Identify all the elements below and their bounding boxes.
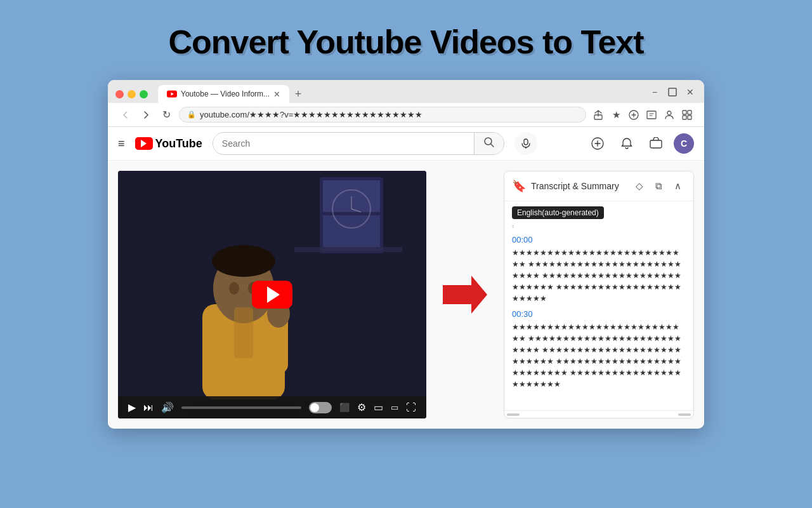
fullscreen-button[interactable]: ⛶	[406, 402, 416, 413]
tab-close-button[interactable]: ✕	[273, 90, 280, 99]
youtube-nav: ≡ YouTube	[108, 127, 704, 161]
svg-rect-2	[669, 88, 676, 96]
svg-point-6	[667, 111, 671, 115]
svg-point-28	[229, 282, 239, 295]
extensions-icon[interactable]	[627, 108, 641, 122]
timestamp-2[interactable]: 00:30	[512, 309, 686, 319]
youtube-actions: C	[586, 132, 694, 155]
svg-rect-15	[650, 140, 662, 148]
address-bar: ↻ 🔒 youtube.com/★★★★?v=★★★★★★★★★★★★★★★★★…	[108, 103, 704, 127]
svg-marker-33	[443, 276, 487, 314]
close-button[interactable]: ✕	[684, 86, 697, 98]
transcript-actions: ◇ ⧉ ∧	[631, 178, 686, 194]
youtube-search-bar[interactable]	[213, 132, 504, 155]
captions-button[interactable]: ⬛	[339, 403, 350, 412]
bookmark-icon[interactable]: ★	[609, 108, 623, 122]
microphone-button[interactable]	[514, 132, 537, 155]
language-badge: English(auto-generated)	[512, 206, 604, 219]
transcript-panel: 🔖 Transcript & Summary ◇ ⧉ ∧ English(aut…	[504, 171, 694, 418]
copy-icon[interactable]: ⧉	[650, 178, 667, 194]
video-section: ▶ ⏭ 🔊 ⬛ ⚙ ▭ ▭ ⛶	[118, 171, 426, 418]
volume-button[interactable]: 🔊	[161, 401, 174, 413]
svg-rect-7	[683, 110, 686, 114]
minimize-traffic-light[interactable]	[128, 90, 136, 98]
tab-favicon	[167, 89, 177, 99]
video-player[interactable]: ▶ ⏭ 🔊 ⬛ ⚙ ▭ ▭ ⛶	[118, 171, 426, 418]
video-controls: ▶ ⏭ 🔊 ⬛ ⚙ ▭ ▭ ⛶	[118, 396, 426, 418]
browser-window: Youtobe — Video Inform... ✕ + − ✕ ↻ 🔒	[108, 80, 704, 429]
theater-button[interactable]: ▭	[391, 403, 398, 412]
transcript-icon: 🔖	[512, 179, 526, 193]
arrow-container	[436, 171, 494, 418]
settings-button[interactable]: ⚙	[357, 401, 366, 413]
user-avatar[interactable]: C	[674, 133, 694, 154]
transcript-header: 🔖 Transcript & Summary ◇ ⧉ ∧	[504, 171, 693, 201]
transcript-footer	[504, 410, 693, 418]
transcript-body[interactable]: English(auto-generated) ‹ 00:00 ★★★★★★★★…	[504, 201, 693, 410]
horizontal-scrollbar-right[interactable]	[678, 413, 691, 416]
transcript-text-2: ★★★★★★★★★★★★★★★★★★★★★★★★★★ ★★★★★★★★★★★★★…	[512, 321, 686, 390]
svg-rect-19	[323, 215, 380, 250]
play-button[interactable]	[252, 281, 292, 309]
restore-button[interactable]	[666, 86, 679, 98]
horizontal-scrollbar[interactable]	[507, 413, 520, 416]
svg-rect-8	[688, 110, 691, 114]
lock-icon: 🔒	[187, 110, 196, 119]
miniplayer-button[interactable]: ▭	[374, 401, 383, 413]
play-control-button[interactable]: ▶	[128, 401, 136, 413]
collapse-icon[interactable]: ∧	[669, 178, 686, 194]
maximize-traffic-light[interactable]	[140, 90, 148, 98]
tab-title: Youtobe — Video Inform...	[181, 90, 270, 98]
back-button[interactable]	[118, 107, 133, 123]
svg-point-27	[212, 245, 275, 277]
youtube-logo-text: YouTube	[155, 137, 202, 150]
search-button[interactable]	[474, 133, 504, 154]
transcript-text-1: ★★★★★★★★★★★★★★★★★★★★★★★★★★ ★★★★★★★★★★★★★…	[512, 247, 686, 304]
address-bar-actions: ★	[591, 108, 694, 122]
svg-rect-5	[647, 111, 656, 119]
svg-rect-9	[683, 116, 686, 119]
create-icon[interactable]	[586, 132, 609, 155]
timestamp-1[interactable]: 00:00	[512, 235, 686, 244]
notifications-icon[interactable]	[615, 132, 638, 155]
forward-button[interactable]	[138, 107, 154, 123]
svg-rect-23	[294, 247, 402, 252]
tabs-bar: Youtobe — Video Inform... ✕ +	[158, 85, 643, 103]
url-text: youtube.com/★★★★?v=★★★★★★★★★★★★★★★★★	[200, 110, 422, 119]
toggle-circle	[310, 403, 319, 412]
reading-mode-icon[interactable]	[645, 108, 658, 122]
title-bar: Youtobe — Video Inform... ✕ + − ✕	[108, 80, 704, 103]
youtube-logo[interactable]: YouTube	[135, 137, 202, 150]
scroll-indicator-left: ‹	[512, 223, 686, 230]
autoplay-toggle[interactable]	[309, 402, 332, 413]
new-tab-button[interactable]: +	[289, 85, 307, 103]
conversion-arrow	[440, 272, 490, 317]
page-title: Convert Youtube Videos to Text	[168, 23, 643, 61]
extensions-manager-icon[interactable]	[680, 108, 694, 122]
svg-rect-10	[688, 116, 691, 119]
diamond-icon[interactable]: ◇	[631, 178, 648, 194]
svg-rect-32	[234, 307, 253, 358]
minimize-button[interactable]: −	[648, 86, 661, 98]
hamburger-menu-icon[interactable]: ≡	[118, 137, 125, 150]
reload-button[interactable]: ↻	[159, 107, 174, 123]
share-icon[interactable]	[591, 108, 605, 122]
account-icon[interactable]	[645, 132, 667, 155]
close-traffic-light[interactable]	[115, 90, 124, 98]
svg-point-11	[485, 138, 492, 145]
content-area: ▶ ⏭ 🔊 ⬛ ⚙ ▭ ▭ ⛶	[108, 161, 704, 429]
svg-rect-12	[524, 139, 528, 145]
search-input[interactable]	[213, 135, 474, 152]
profile-icon[interactable]	[662, 108, 676, 122]
traffic-lights	[115, 90, 148, 98]
url-field[interactable]: 🔒 youtube.com/★★★★?v=★★★★★★★★★★★★★★★★★	[179, 107, 586, 123]
next-button[interactable]: ⏭	[143, 402, 154, 413]
window-controls: − ✕	[648, 86, 697, 102]
progress-bar[interactable]	[181, 406, 301, 409]
active-tab[interactable]: Youtobe — Video Inform... ✕	[158, 85, 289, 103]
transcript-title: Transcript & Summary	[531, 181, 626, 191]
youtube-logo-icon	[135, 137, 153, 150]
